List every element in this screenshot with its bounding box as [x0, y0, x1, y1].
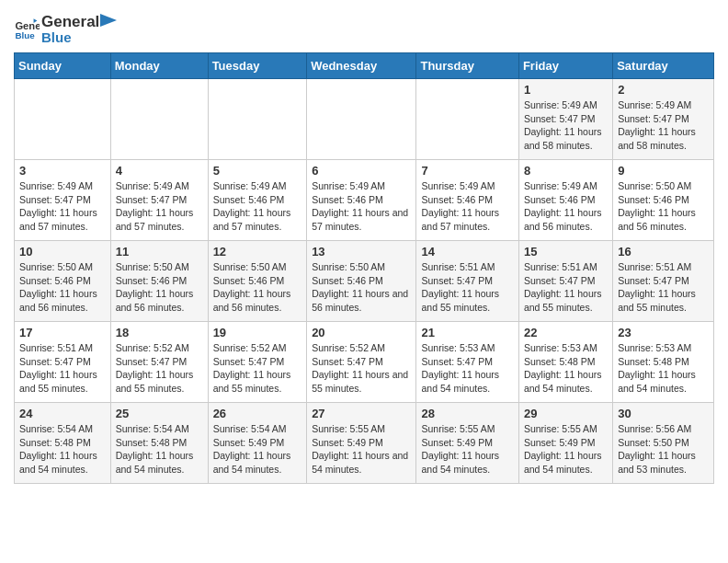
day-info: Sunrise: 5:56 AMSunset: 5:50 PMDaylight:… — [618, 422, 709, 477]
calendar-cell: 13Sunrise: 5:50 AMSunset: 5:46 PMDayligh… — [307, 241, 416, 322]
day-info: Sunrise: 5:49 AMSunset: 5:47 PMDaylight:… — [19, 179, 106, 234]
calendar-cell — [110, 79, 208, 160]
calendar-cell: 5Sunrise: 5:49 AMSunset: 5:46 PMDaylight… — [208, 160, 307, 241]
day-info: Sunrise: 5:52 AMSunset: 5:47 PMDaylight:… — [312, 341, 411, 396]
day-info: Sunrise: 5:49 AMSunset: 5:46 PMDaylight:… — [312, 179, 411, 234]
column-header-friday: Friday — [518, 53, 612, 79]
day-info: Sunrise: 5:51 AMSunset: 5:47 PMDaylight:… — [19, 341, 106, 396]
day-number: 9 — [618, 164, 709, 178]
calendar-cell: 23Sunrise: 5:53 AMSunset: 5:48 PMDayligh… — [613, 322, 714, 403]
day-number: 22 — [524, 326, 608, 339]
day-number: 1 — [524, 83, 608, 97]
day-number: 18 — [116, 326, 203, 339]
day-info: Sunrise: 5:50 AMSunset: 5:46 PMDaylight:… — [213, 260, 302, 315]
svg-text:Blue: Blue — [15, 29, 35, 40]
column-header-monday: Monday — [110, 53, 208, 79]
calendar-cell: 16Sunrise: 5:51 AMSunset: 5:47 PMDayligh… — [613, 241, 714, 322]
day-number: 27 — [312, 407, 411, 420]
day-number: 17 — [19, 326, 106, 339]
day-info: Sunrise: 5:54 AMSunset: 5:48 PMDaylight:… — [19, 422, 106, 477]
day-info: Sunrise: 5:53 AMSunset: 5:48 PMDaylight:… — [524, 341, 608, 396]
day-info: Sunrise: 5:49 AMSunset: 5:46 PMDaylight:… — [421, 179, 513, 234]
calendar-cell: 20Sunrise: 5:52 AMSunset: 5:47 PMDayligh… — [307, 322, 416, 403]
day-number: 29 — [524, 407, 608, 420]
day-info: Sunrise: 5:49 AMSunset: 5:47 PMDaylight:… — [618, 98, 709, 153]
calendar-cell: 27Sunrise: 5:55 AMSunset: 5:49 PMDayligh… — [307, 403, 416, 484]
logo: General Blue General Blue — [14, 13, 118, 45]
day-info: Sunrise: 5:50 AMSunset: 5:46 PMDaylight:… — [19, 260, 106, 315]
day-number: 14 — [421, 245, 513, 259]
day-number: 20 — [312, 326, 411, 339]
day-number: 24 — [19, 407, 106, 420]
calendar-cell — [307, 79, 416, 160]
calendar-cell: 29Sunrise: 5:55 AMSunset: 5:49 PMDayligh… — [518, 403, 612, 484]
calendar-cell: 18Sunrise: 5:52 AMSunset: 5:47 PMDayligh… — [110, 322, 208, 403]
column-header-wednesday: Wednesday — [307, 53, 416, 79]
calendar-cell: 14Sunrise: 5:51 AMSunset: 5:47 PMDayligh… — [416, 241, 518, 322]
column-header-tuesday: Tuesday — [208, 53, 307, 79]
calendar-cell: 17Sunrise: 5:51 AMSunset: 5:47 PMDayligh… — [15, 322, 111, 403]
calendar-cell: 19Sunrise: 5:52 AMSunset: 5:47 PMDayligh… — [208, 322, 307, 403]
day-number: 11 — [116, 245, 203, 259]
day-info: Sunrise: 5:49 AMSunset: 5:46 PMDaylight:… — [524, 179, 608, 234]
calendar-cell: 28Sunrise: 5:55 AMSunset: 5:49 PMDayligh… — [416, 403, 518, 484]
calendar-cell: 12Sunrise: 5:50 AMSunset: 5:46 PMDayligh… — [208, 241, 307, 322]
day-info: Sunrise: 5:49 AMSunset: 5:47 PMDaylight:… — [116, 179, 203, 234]
day-info: Sunrise: 5:49 AMSunset: 5:47 PMDaylight:… — [524, 98, 608, 153]
day-info: Sunrise: 5:50 AMSunset: 5:46 PMDaylight:… — [116, 260, 203, 315]
calendar-week-row: 24Sunrise: 5:54 AMSunset: 5:48 PMDayligh… — [15, 403, 714, 484]
logo-arrow-icon — [100, 14, 117, 27]
day-number: 4 — [116, 164, 203, 178]
calendar-cell: 2Sunrise: 5:49 AMSunset: 5:47 PMDaylight… — [613, 79, 714, 160]
day-number: 25 — [116, 407, 203, 420]
calendar-header-row: SundayMondayTuesdayWednesdayThursdayFrid… — [15, 53, 714, 79]
day-info: Sunrise: 5:49 AMSunset: 5:46 PMDaylight:… — [213, 179, 302, 234]
calendar-cell: 4Sunrise: 5:49 AMSunset: 5:47 PMDaylight… — [110, 160, 208, 241]
column-header-thursday: Thursday — [416, 53, 518, 79]
day-info: Sunrise: 5:55 AMSunset: 5:49 PMDaylight:… — [421, 422, 513, 477]
calendar-week-row: 10Sunrise: 5:50 AMSunset: 5:46 PMDayligh… — [15, 241, 714, 322]
day-info: Sunrise: 5:53 AMSunset: 5:47 PMDaylight:… — [421, 341, 513, 396]
day-info: Sunrise: 5:51 AMSunset: 5:47 PMDaylight:… — [524, 260, 608, 315]
day-number: 2 — [618, 83, 709, 97]
day-number: 19 — [213, 326, 302, 339]
logo-icon: General Blue — [14, 17, 40, 42]
calendar-cell: 26Sunrise: 5:54 AMSunset: 5:49 PMDayligh… — [208, 403, 307, 484]
day-info: Sunrise: 5:54 AMSunset: 5:49 PMDaylight:… — [213, 422, 302, 477]
calendar-cell: 8Sunrise: 5:49 AMSunset: 5:46 PMDaylight… — [518, 160, 612, 241]
day-info: Sunrise: 5:52 AMSunset: 5:47 PMDaylight:… — [213, 341, 302, 396]
calendar-week-row: 1Sunrise: 5:49 AMSunset: 5:47 PMDaylight… — [15, 79, 714, 160]
day-info: Sunrise: 5:52 AMSunset: 5:47 PMDaylight:… — [116, 341, 203, 396]
day-number: 13 — [312, 245, 411, 259]
day-number: 23 — [618, 326, 709, 339]
day-number: 12 — [213, 245, 302, 259]
day-info: Sunrise: 5:55 AMSunset: 5:49 PMDaylight:… — [312, 422, 411, 477]
column-header-sunday: Sunday — [15, 53, 111, 79]
column-header-saturday: Saturday — [613, 53, 714, 79]
svg-marker-3 — [100, 14, 117, 27]
calendar-cell: 11Sunrise: 5:50 AMSunset: 5:46 PMDayligh… — [110, 241, 208, 322]
day-number: 6 — [312, 164, 411, 178]
day-info: Sunrise: 5:50 AMSunset: 5:46 PMDaylight:… — [618, 179, 709, 234]
logo-general: General — [41, 13, 99, 31]
calendar-week-row: 3Sunrise: 5:49 AMSunset: 5:47 PMDaylight… — [15, 160, 714, 241]
calendar-cell — [208, 79, 307, 160]
day-number: 16 — [618, 245, 709, 259]
calendar-cell — [416, 79, 518, 160]
calendar-week-row: 17Sunrise: 5:51 AMSunset: 5:47 PMDayligh… — [15, 322, 714, 403]
day-info: Sunrise: 5:50 AMSunset: 5:46 PMDaylight:… — [312, 260, 411, 315]
day-info: Sunrise: 5:51 AMSunset: 5:47 PMDaylight:… — [618, 260, 709, 315]
calendar-cell: 10Sunrise: 5:50 AMSunset: 5:46 PMDayligh… — [15, 241, 111, 322]
day-number: 3 — [19, 164, 106, 178]
calendar-cell: 25Sunrise: 5:54 AMSunset: 5:48 PMDayligh… — [110, 403, 208, 484]
day-number: 28 — [421, 407, 513, 420]
calendar-cell: 9Sunrise: 5:50 AMSunset: 5:46 PMDaylight… — [613, 160, 714, 241]
calendar-cell: 7Sunrise: 5:49 AMSunset: 5:46 PMDaylight… — [416, 160, 518, 241]
day-info: Sunrise: 5:55 AMSunset: 5:49 PMDaylight:… — [524, 422, 608, 477]
calendar-cell: 21Sunrise: 5:53 AMSunset: 5:47 PMDayligh… — [416, 322, 518, 403]
day-info: Sunrise: 5:51 AMSunset: 5:47 PMDaylight:… — [421, 260, 513, 315]
day-info: Sunrise: 5:54 AMSunset: 5:48 PMDaylight:… — [116, 422, 203, 477]
day-number: 30 — [618, 407, 709, 420]
day-number: 8 — [524, 164, 608, 178]
day-info: Sunrise: 5:53 AMSunset: 5:48 PMDaylight:… — [618, 341, 709, 396]
